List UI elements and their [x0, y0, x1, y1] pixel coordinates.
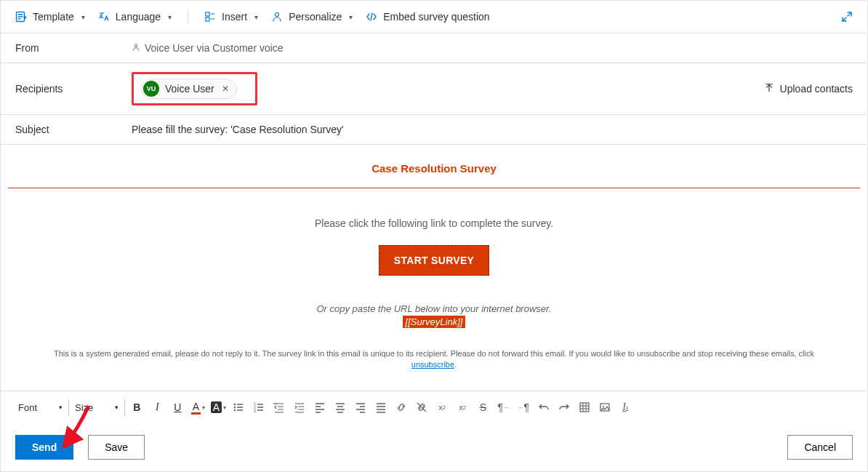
highlight-annotation: VU Voice User ✕ — [132, 72, 257, 105]
dropdown-caret-icon: ▾ — [59, 404, 63, 411]
svg-point-4 — [134, 44, 137, 47]
subject-row: Subject Please fill the survey: 'Case Re… — [1, 115, 867, 145]
divider-rule — [8, 188, 860, 188]
language-dropdown[interactable]: Language ▾ — [98, 11, 172, 23]
personalize-label: Personalize — [289, 11, 342, 23]
dropdown-caret-icon: ▾ — [115, 404, 118, 411]
email-body-editor[interactable]: Case Resolution Survey Please click the … — [1, 145, 867, 391]
font-size-dropdown[interactable]: Size▾ — [72, 399, 125, 416]
copy-hint-text: Or copy paste the URL below into your in… — [8, 303, 860, 314]
strikethrough-button[interactable]: S — [474, 399, 491, 416]
from-value: Voice User via Customer voice — [132, 42, 853, 54]
svg-text:3: 3 — [254, 409, 256, 413]
disclaimer-text: This is a system generated email, please… — [8, 348, 860, 371]
language-label: Language — [116, 11, 161, 23]
survey-title: Case Resolution Survey — [371, 162, 497, 175]
align-right-button[interactable] — [352, 399, 369, 416]
highlight-color-button[interactable]: A▾ — [209, 399, 227, 416]
person-icon — [132, 42, 140, 54]
embed-label: Embed survey question — [383, 11, 489, 23]
template-icon — [15, 11, 27, 23]
indent-button[interactable] — [291, 399, 308, 416]
insert-icon — [204, 11, 216, 23]
underline-button[interactable]: U — [169, 399, 186, 416]
svg-rect-11 — [580, 403, 589, 412]
recipients-row: Recipients VU Voice User ✕ Upload contac… — [1, 63, 867, 115]
editor-toolbar: Font▾ Size▾ B I U A▾ A▾ 123 x2 x2 S ¶→ ←… — [1, 391, 867, 423]
superscript-button[interactable]: x2 — [433, 399, 451, 416]
embed-button[interactable]: Embed survey question — [366, 11, 489, 23]
cancel-button[interactable]: Cancel — [787, 435, 853, 460]
insert-label: Insert — [222, 11, 247, 23]
toolbar-divider — [188, 9, 188, 24]
upload-contacts-button[interactable]: Upload contacts — [764, 83, 853, 95]
numbered-list-button[interactable]: 123 — [250, 399, 268, 416]
embed-icon — [366, 11, 377, 23]
svg-point-5 — [234, 404, 236, 405]
subject-label: Subject — [15, 124, 132, 135]
avatar: VU — [143, 81, 159, 97]
text-color-button[interactable]: A▾ — [189, 399, 206, 416]
align-left-button[interactable] — [311, 399, 329, 416]
from-text: Voice User via Customer voice — [145, 42, 284, 54]
chevron-down-icon: ▾ — [254, 13, 258, 21]
recipients-value[interactable]: VU Voice User ✕ — [132, 72, 764, 105]
table-button[interactable] — [576, 399, 593, 416]
from-row: From Voice User via Customer voice — [1, 33, 867, 63]
chevron-down-icon: ▾ — [168, 13, 172, 21]
recipient-chip[interactable]: VU Voice User ✕ — [141, 79, 237, 99]
svg-point-13 — [603, 406, 604, 407]
bold-button[interactable]: B — [128, 399, 145, 416]
save-button[interactable]: Save — [88, 435, 145, 460]
outdent-button[interactable] — [270, 399, 288, 416]
justify-button[interactable] — [372, 399, 390, 416]
template-label: Template — [33, 11, 74, 23]
personalize-dropdown[interactable]: Personalize ▾ — [271, 11, 353, 23]
remove-chip-icon[interactable]: ✕ — [220, 84, 230, 94]
from-label: From — [15, 42, 132, 54]
insert-dropdown[interactable]: Insert ▾ — [204, 11, 258, 23]
unlink-button[interactable] — [413, 399, 430, 416]
svg-rect-1 — [206, 12, 209, 16]
svg-rect-2 — [206, 17, 209, 21]
ltr-button[interactable]: ¶→ — [494, 399, 512, 416]
undo-button[interactable] — [535, 399, 552, 416]
upload-icon — [764, 83, 774, 95]
image-button[interactable] — [596, 399, 614, 416]
redo-button[interactable] — [555, 399, 573, 416]
upload-contacts-label: Upload contacts — [780, 83, 853, 95]
clear-format-button[interactable]: Ix — [616, 399, 634, 416]
template-dropdown[interactable]: Template ▾ — [15, 11, 85, 23]
start-survey-button[interactable]: START SURVEY — [379, 245, 489, 276]
language-icon — [98, 11, 110, 23]
rtl-button[interactable]: ←¶ — [515, 399, 532, 416]
svg-point-3 — [276, 13, 279, 17]
instruction-text: Please click the following link to compl… — [8, 217, 860, 229]
align-center-button[interactable] — [331, 399, 349, 416]
svg-point-7 — [234, 409, 236, 411]
recipient-name: Voice User — [165, 83, 214, 95]
subject-input[interactable]: Please fill the survey: 'Case Resolution… — [132, 124, 853, 135]
subscript-button[interactable]: x2 — [454, 399, 471, 416]
bullet-list-button[interactable] — [230, 399, 247, 416]
chevron-down-icon: ▾ — [81, 13, 85, 21]
recipients-label: Recipients — [15, 83, 132, 95]
action-bar: Send Save Cancel — [1, 423, 867, 471]
svg-point-6 — [234, 407, 236, 408]
send-button[interactable]: Send — [15, 435, 73, 460]
personalize-icon — [271, 11, 283, 23]
expand-icon[interactable] — [841, 11, 853, 23]
chevron-down-icon: ▾ — [349, 13, 353, 21]
italic-button[interactable]: I — [148, 399, 166, 416]
survey-link-token[interactable]: [[SurveyLink]] — [403, 316, 466, 328]
link-button[interactable] — [393, 399, 410, 416]
font-family-dropdown[interactable]: Font▾ — [15, 399, 69, 416]
unsubscribe-link[interactable]: unsubscribe — [411, 360, 454, 369]
compose-toolbar: Template ▾ Language ▾ Insert ▾ Personali… — [1, 1, 867, 33]
